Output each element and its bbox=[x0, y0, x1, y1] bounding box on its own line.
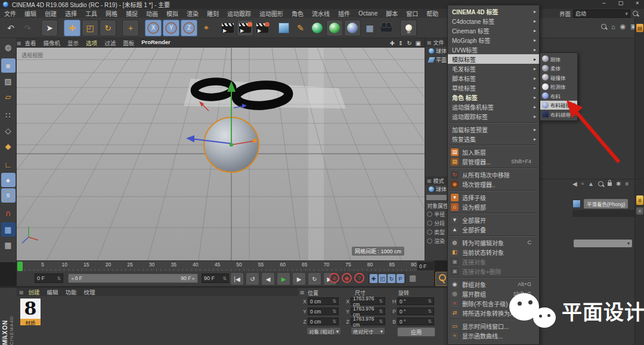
menubar-item-捕捉[interactable]: 捕捉 bbox=[122, 9, 142, 18]
search-icon[interactable] bbox=[598, 181, 603, 187]
minimize-button[interactable]: – bbox=[600, 0, 608, 6]
menubar-item-工具[interactable]: 工具 bbox=[81, 9, 101, 18]
timeline-ruler[interactable]: 051015202530354045505560657075808590 0 F bbox=[17, 260, 434, 272]
back-icon[interactable]: ◀ bbox=[572, 181, 577, 187]
menubar-item-雕刻[interactable]: 雕刻 bbox=[203, 9, 223, 18]
history-icon[interactable]: ≈ bbox=[581, 181, 584, 187]
menubar-item-网格[interactable]: 网格 bbox=[101, 9, 122, 18]
pan-view-icon[interactable]: ✚ bbox=[389, 40, 394, 46]
menu-item-CINEMA 4D 标签[interactable]: CINEMA 4D 标签▸ bbox=[448, 7, 539, 16]
primitive-cube-icon[interactable] bbox=[276, 20, 292, 36]
selected-object-row[interactable]: 球体 bbox=[425, 185, 448, 194]
menu-item-草绘标签[interactable]: 草绘标签▸ bbox=[448, 83, 539, 92]
menu-item-转为可编辑对象[interactable]: ◍转为可编辑对象C bbox=[448, 238, 539, 247]
viewport-menu-选项[interactable]: 选项 bbox=[82, 39, 101, 47]
panel-grip-icon[interactable]: ▦ bbox=[19, 290, 24, 295]
object-name-field[interactable] bbox=[426, 195, 447, 200]
submenu-item-检测体[interactable]: 检测体 bbox=[540, 82, 577, 92]
attribute-row-半径[interactable]: 半径 bbox=[425, 210, 448, 219]
up-icon[interactable]: ▲ bbox=[588, 181, 594, 187]
eye-icon[interactable]: ◉ bbox=[620, 23, 626, 30]
panel-grip-icon[interactable]: ▦ bbox=[427, 40, 432, 45]
menubar-item-插件[interactable]: 插件 bbox=[334, 9, 354, 18]
menubar-item-选择[interactable]: 选择 bbox=[61, 9, 81, 18]
menu-item-显示函数曲线...[interactable]: ≈显示函数曲线... bbox=[448, 331, 539, 340]
menu-item-加载标签预置[interactable]: 加载标签预置▸ bbox=[448, 125, 539, 134]
home-icon[interactable]: ⌂ bbox=[611, 23, 615, 30]
go-to-start-button[interactable]: |◀ bbox=[230, 272, 244, 285]
play-button[interactable]: ▶ bbox=[277, 272, 290, 285]
scale-tool-icon[interactable]: ◰ bbox=[82, 20, 98, 36]
menu-item-运动摄像机标签[interactable]: 运动摄像机标签▸ bbox=[448, 102, 539, 111]
position-Z-field[interactable]: 0 cm⇅ bbox=[308, 318, 339, 325]
last-tool-icon[interactable]: + bbox=[122, 20, 139, 36]
enable-axis-icon[interactable]: ∟ bbox=[1, 157, 16, 172]
search-icon[interactable] bbox=[633, 11, 638, 16]
submenu-item-刚体[interactable]: 刚体 bbox=[540, 54, 577, 64]
menubar-item-模拟[interactable]: 模拟 bbox=[162, 9, 182, 18]
coffee-preset-icon[interactable]: ▤ bbox=[636, 24, 643, 32]
menubar-item-动画[interactable]: 动画 bbox=[142, 9, 162, 18]
material-menu-创建[interactable]: 创建 bbox=[25, 288, 44, 296]
size-X-field[interactable]: 1763.976 cm⇅ bbox=[351, 297, 385, 305]
menu-item-UVW标签[interactable]: UVW标签▸ bbox=[448, 45, 539, 54]
menu-item-MoGraph 标签[interactable]: MoGraph 标签▸ bbox=[448, 35, 539, 45]
menu-item-从所有场次中移除[interactable]: ↻从所有场次中移除 bbox=[448, 170, 539, 179]
material-slot-icon[interactable]: 8 bbox=[636, 195, 643, 205]
edges-mode-icon[interactable]: ◇ bbox=[1, 123, 16, 138]
menubar-item-帮助[interactable]: 帮助 bbox=[422, 9, 442, 18]
sphere-axis-gizmo[interactable] bbox=[17, 48, 425, 260]
rotation-B-field[interactable]: 0 °⇅ bbox=[397, 318, 434, 325]
next-frame-button[interactable]: ▶ bbox=[292, 272, 306, 285]
menu-item-模拟标签[interactable]: 模拟标签▸ bbox=[448, 54, 539, 64]
record-parameter-toggle[interactable]: P bbox=[397, 274, 404, 283]
redo-icon[interactable]: ↷ bbox=[20, 20, 35, 36]
menubar-item-渲染[interactable]: 渲染 bbox=[182, 9, 203, 18]
list-icon[interactable]: ≡ bbox=[636, 207, 643, 215]
size-mode-dropdown[interactable]: 绝对尺寸▾ bbox=[351, 327, 385, 335]
move-tool-icon[interactable]: ✚ bbox=[64, 20, 80, 36]
timeline-playhead[interactable] bbox=[17, 262, 23, 271]
keyframe-selection-button[interactable]: ? bbox=[354, 273, 364, 283]
menu-item-群组对象[interactable]: ◉群组对象Alt+G bbox=[448, 279, 539, 289]
menu-item-毛发标签[interactable]: 毛发标签▸ bbox=[448, 64, 539, 73]
interface-dropdown[interactable]: 启动▾ bbox=[573, 10, 630, 18]
menubar-item-脚本[interactable]: 脚本 bbox=[382, 9, 402, 18]
lock-z-axis-icon[interactable]: Z bbox=[181, 20, 197, 36]
panel-grip-icon[interactable]: ▦ bbox=[300, 290, 305, 295]
material-menu-功能[interactable]: 功能 bbox=[62, 288, 80, 296]
material-menu-纹理[interactable]: 纹理 bbox=[80, 288, 99, 296]
floor-icon[interactable]: ▦ bbox=[362, 20, 377, 36]
menubar-item-文件[interactable]: 文件 bbox=[0, 9, 20, 18]
viewport-menu-过滤[interactable]: 过滤 bbox=[101, 39, 119, 47]
planar-workplane-icon[interactable]: ▦ bbox=[1, 238, 16, 252]
current-frame-field[interactable]: 0 F bbox=[417, 262, 435, 271]
render-settings-icon[interactable] bbox=[255, 20, 270, 36]
settings-icon[interactable]: ✱ bbox=[616, 181, 621, 187]
attribute-dropdown[interactable]: ▾ bbox=[574, 240, 632, 247]
close-button[interactable]: × bbox=[633, 0, 642, 6]
select-tool-icon[interactable]: ➤ bbox=[41, 20, 58, 36]
coordinate-system-icon[interactable]: ⌖ bbox=[199, 20, 214, 36]
viewport-menu-查看[interactable]: 查看 bbox=[21, 39, 40, 47]
phong-tag-icon[interactable] bbox=[572, 200, 581, 208]
menu-item-层管理器...[interactable]: ▤层管理器...Shift+F4 bbox=[448, 157, 539, 166]
light-icon[interactable] bbox=[400, 20, 417, 36]
record-active-objects-button[interactable]: ⊘ bbox=[329, 273, 339, 283]
attribute-row-渲染[interactable]: 渲染 bbox=[425, 237, 448, 245]
snap-icon[interactable]: S bbox=[1, 188, 16, 203]
frame-end-field[interactable]: 90 F⇅ bbox=[202, 273, 229, 283]
menu-item-Cineman 标签[interactable]: Cineman 标签▸ bbox=[448, 26, 539, 35]
position-Y-field[interactable]: 0 cm⇅ bbox=[308, 307, 339, 315]
undo-icon[interactable]: ↶ bbox=[3, 20, 18, 36]
menu-item-场次管理器..[interactable]: ◉场次管理器.. bbox=[448, 179, 539, 189]
material-menu-编辑[interactable]: 编辑 bbox=[44, 288, 62, 296]
lock-icon[interactable] bbox=[608, 182, 612, 186]
object-manager-menu-file[interactable]: 文件 bbox=[434, 39, 444, 46]
rotation-H-field[interactable]: 0 °⇅ bbox=[397, 297, 434, 305]
spline-pen-icon[interactable]: ✎ bbox=[293, 20, 308, 36]
attribute-row-分段[interactable]: 分段 bbox=[425, 219, 448, 228]
record-rotation-toggle[interactable]: ↻ bbox=[388, 274, 395, 283]
viewport-menu-面板[interactable]: 面板 bbox=[119, 39, 138, 47]
menubar-item-运动跟踪[interactable]: 运动跟踪 bbox=[223, 9, 255, 18]
